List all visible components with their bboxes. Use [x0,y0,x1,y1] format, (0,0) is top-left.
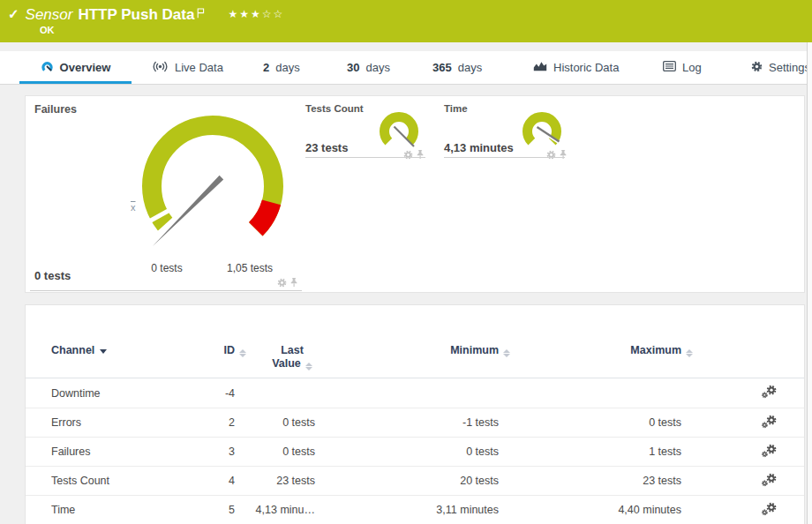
time-current-value: 4,13 minutes [444,141,514,154]
gauge-icon [41,61,54,75]
panel-gear-icon[interactable] [403,147,413,163]
channel-name: Time [51,504,175,516]
column-header-maximum[interactable]: Maximum [499,344,681,357]
tests-count-gauge-title: Tests Count [305,103,364,114]
divider [30,290,302,291]
gauge-band-red [256,202,272,228]
channel-id: 2 [175,416,235,429]
panel-gear-icon[interactable] [546,147,556,163]
tab-30-days-number: 30 [347,61,359,74]
column-header-channel[interactable]: Channel [51,344,175,357]
window-right-margin [808,42,812,524]
channels-table-card: Channel ID Last Value Minimum Maximum Do… [25,304,805,524]
channel-name: Tests Count [51,475,175,487]
object-kind-label: Sensor [26,5,73,25]
area-chart-icon [533,61,547,74]
column-header-id[interactable]: ID [175,344,235,357]
edit-channel-button[interactable] [761,385,778,401]
channel-name: Failures [51,445,175,458]
edit-channel-button[interactable] [761,415,778,431]
table-row: Errors 2 0 tests -1 tests 0 tests [26,408,804,437]
column-header-last-value[interactable]: Last Value [235,344,315,371]
gauge-band-green [385,117,414,142]
channel-maximum: 23 tests [499,475,681,487]
list-icon [663,61,676,74]
gauges-card: Failures x 0 tests 1,05 tests 0 tests Te… [25,95,805,293]
tab-365-days[interactable]: 365 days [432,51,482,84]
tab-overview-label: Overview [60,61,111,74]
sort-desc-icon [100,349,107,354]
tab-live-data[interactable]: Live Data [152,51,223,84]
time-gauge-title: Time [444,103,468,114]
channel-id: 5 [175,504,235,516]
channel-id: 4 [175,475,235,487]
panel-pin-icon[interactable] [559,147,568,163]
sensor-header-bar: ✓ Sensor HTTP Push Data ★★★☆☆ OK [0,0,812,42]
tab-settings[interactable]: Settings [751,51,810,84]
tests-count-current-value: 23 tests [305,141,348,154]
gear-icon [751,61,763,75]
tab-overview[interactable]: Overview [19,51,132,84]
panel-pin-icon[interactable] [416,147,425,163]
prtg-sensor-page: ✓ Sensor HTTP Push Data ★★★☆☆ OK Overvie… [0,0,812,524]
tab-2-days-label: days [275,61,299,74]
stars-empty[interactable]: ☆☆ [262,8,285,20]
tab-30-days-label: days [365,61,389,74]
tab-2-days-number: 2 [263,61,269,74]
active-tab-indicator [19,81,132,84]
channel-id: -4 [175,387,235,400]
tab-historic-data-label: Historic Data [553,61,619,74]
sensor-status-badge: OK [40,25,55,35]
tab-log-label: Log [682,61,702,74]
stars-filled[interactable]: ★★★ [228,8,261,20]
tab-settings-label: Settings [769,61,810,74]
tab-365-days-number: 365 [432,61,452,74]
channel-maximum: 0 tests [499,416,681,429]
tab-30-days[interactable]: 30 days [347,51,390,84]
panel-pin-icon[interactable] [289,275,298,291]
channel-last-value: 0 tests [235,445,315,458]
sort-toggle-icon [686,349,693,357]
channel-minimum: 3,11 minutes [315,504,499,516]
channel-maximum: 4,40 minutes [499,504,681,516]
tab-log[interactable]: Log [663,51,702,84]
table-row: Tests Count 4 23 tests 20 tests 23 tests [26,466,804,495]
channel-id: 3 [175,445,235,458]
divider [305,157,425,158]
tab-historic-data[interactable]: Historic Data [533,51,619,84]
channel-last-value: 0 tests [235,416,315,429]
channel-name: Errors [51,416,175,429]
gauge-band-green [152,125,274,229]
channel-name: Downtime [51,387,175,400]
edit-channel-button[interactable] [761,502,778,519]
failures-gauge-max-label: 1,05 tests [213,262,287,274]
failures-gauge [132,109,294,250]
sensor-title: HTTP Push Data [78,5,194,25]
average-marker-label: x [131,202,136,213]
edit-channel-button[interactable] [761,444,778,460]
status-check-icon: ✓ [8,5,19,23]
channel-minimum: -1 tests [315,416,499,429]
table-row: Failures 3 0 tests 0 tests 1 tests [26,437,804,466]
tab-bar: Overview Live Data 2 days 30 days 365 da… [0,51,812,85]
tab-2-days[interactable]: 2 days [263,51,300,84]
broadcast-icon [152,61,169,75]
table-row: Downtime -4 [26,378,804,408]
channel-minimum: 0 tests [315,445,499,458]
table-row: Time 5 4,13 minu… 3,11 minutes 4,40 minu… [26,495,804,524]
priority-flag-icon[interactable] [197,6,205,22]
edit-channel-button[interactable] [761,473,778,490]
channel-last-value: 4,13 minu… [235,504,315,516]
column-header-minimum[interactable]: Minimum [315,344,499,357]
failures-gauge-title: Failures [34,103,77,116]
table-header-row: Channel ID Last Value Minimum Maximum [26,305,804,378]
failures-gauge-min-label: 0 tests [140,262,193,274]
failures-current-value: 0 tests [34,269,71,282]
channel-maximum: 1 tests [499,445,681,458]
channel-minimum: 20 tests [315,475,499,487]
tab-live-data-label: Live Data [175,61,223,74]
panel-gear-icon[interactable] [277,275,287,291]
priority-stars[interactable]: ★★★☆☆ [228,5,284,23]
channel-last-value: 23 tests [235,475,315,487]
sort-toggle-icon [305,363,312,371]
